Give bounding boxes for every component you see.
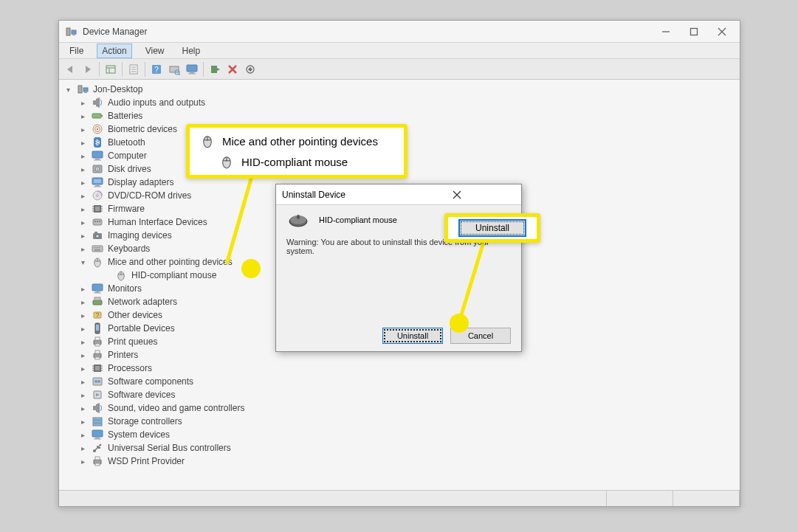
scan-hardware-button[interactable] bbox=[166, 61, 182, 77]
properties-button[interactable] bbox=[125, 61, 142, 77]
bluetooth-icon bbox=[92, 137, 103, 148]
tree-category-swdev[interactable]: Software devices bbox=[78, 388, 735, 401]
chevron-icon[interactable] bbox=[78, 324, 87, 333]
forward-button[interactable] bbox=[80, 61, 96, 77]
close-button[interactable] bbox=[715, 24, 729, 39]
callout-mice-category: Mice and other pointing devices HID-comp… bbox=[186, 124, 407, 179]
chevron-icon[interactable] bbox=[78, 138, 87, 147]
firmware-icon bbox=[92, 203, 103, 215]
menu-help[interactable]: Help bbox=[178, 44, 205, 58]
chevron-icon[interactable] bbox=[78, 350, 87, 359]
dialog-uninstall-button[interactable]: Uninstall bbox=[382, 328, 443, 344]
disable-device-button[interactable] bbox=[242, 61, 258, 77]
minimize-button[interactable] bbox=[658, 24, 673, 39]
tree-node-label: Storage controllers bbox=[106, 416, 184, 426]
chevron-icon[interactable] bbox=[78, 457, 87, 466]
tree-node-label: Keyboards bbox=[106, 243, 151, 254]
tree-node-label: Biometric devices bbox=[106, 124, 179, 134]
tree-node-label: Imaging devices bbox=[106, 230, 173, 241]
tree-category-system[interactable]: System devices bbox=[78, 428, 735, 441]
svg-rect-68 bbox=[691, 28, 698, 35]
audio-icon bbox=[92, 97, 103, 108]
tree-node-label: Mice and other pointing devices bbox=[106, 257, 234, 267]
tree-category-usb[interactable]: Universal Serial Bus controllers bbox=[78, 441, 735, 455]
tree-node-label: Firmware bbox=[106, 204, 146, 214]
maximize-button[interactable] bbox=[687, 24, 701, 39]
chevron-icon[interactable] bbox=[78, 204, 87, 213]
back-button[interactable] bbox=[62, 61, 78, 77]
tree-category-swcomp[interactable]: Software components bbox=[78, 375, 735, 388]
chevron-icon[interactable] bbox=[78, 111, 87, 120]
tree-root[interactable]: Jon-Desktop bbox=[63, 83, 735, 96]
tree-category-storage[interactable]: Storage controllers bbox=[78, 415, 735, 428]
show-hide-console-button[interactable] bbox=[103, 61, 119, 77]
update-driver-button[interactable] bbox=[184, 61, 200, 77]
chevron-icon[interactable] bbox=[78, 311, 87, 319]
chevron-icon[interactable] bbox=[63, 85, 72, 94]
enable-device-button[interactable] bbox=[207, 61, 223, 77]
chevron-icon[interactable] bbox=[78, 337, 87, 346]
titlebar[interactable]: Device Manager bbox=[59, 21, 740, 43]
tree-category-audio[interactable]: Audio inputs and outputs bbox=[78, 96, 735, 109]
menu-file[interactable]: File bbox=[65, 44, 88, 58]
tree-node-label: Display adapters bbox=[106, 177, 175, 187]
tree-category-cpu[interactable]: Processors bbox=[78, 362, 735, 375]
app-icon bbox=[65, 26, 77, 38]
svg-marker-71 bbox=[67, 66, 72, 73]
wsd-icon bbox=[92, 455, 103, 467]
chevron-icon[interactable] bbox=[78, 417, 87, 426]
tree-node-label: Printers bbox=[106, 350, 140, 360]
help-button[interactable]: ? bbox=[148, 61, 165, 77]
tree-category-sound[interactable]: Sound, video and game controllers bbox=[78, 401, 735, 415]
svg-marker-90 bbox=[248, 67, 252, 72]
portable-icon bbox=[92, 322, 103, 334]
tree-node-label: HID-compliant mouse bbox=[130, 270, 218, 280]
chevron-icon[interactable] bbox=[78, 151, 87, 160]
chevron-icon[interactable] bbox=[78, 125, 87, 134]
chevron-icon[interactable] bbox=[78, 191, 87, 200]
dialog-titlebar[interactable]: Uninstall Device bbox=[276, 184, 521, 205]
chevron-icon[interactable] bbox=[78, 231, 87, 240]
tree-category-battery[interactable]: Batteries bbox=[78, 109, 735, 122]
chevron-icon[interactable] bbox=[78, 98, 87, 107]
chevron-icon[interactable] bbox=[78, 218, 87, 227]
chevron-icon[interactable] bbox=[78, 258, 87, 266]
system-icon bbox=[92, 429, 103, 441]
tree-node-label: Computer bbox=[106, 151, 148, 161]
battery-icon bbox=[92, 110, 103, 122]
tree-node-label: Disk drives bbox=[106, 164, 153, 174]
printqueue-icon bbox=[92, 336, 103, 348]
chevron-icon[interactable] bbox=[78, 165, 87, 173]
sound-icon bbox=[92, 402, 103, 414]
tree-node-label: Other devices bbox=[106, 310, 164, 320]
chevron-icon[interactable] bbox=[78, 390, 87, 399]
tree-node-label: Monitors bbox=[106, 283, 143, 294]
chevron-icon[interactable] bbox=[78, 430, 87, 439]
dialog-device-name: HID-compliant mouse bbox=[319, 215, 397, 224]
svg-rect-73 bbox=[106, 66, 115, 73]
tree-node-label: Audio inputs and outputs bbox=[106, 97, 207, 108]
dialog-close-button[interactable] bbox=[399, 187, 515, 202]
chevron-icon[interactable] bbox=[78, 284, 87, 293]
uninstall-device-button[interactable] bbox=[224, 61, 241, 77]
chevron-icon[interactable] bbox=[78, 244, 87, 253]
window-title: Device Manager bbox=[83, 27, 658, 37]
swcomp-icon bbox=[92, 376, 103, 387]
menu-view[interactable]: View bbox=[141, 44, 169, 58]
chevron-icon[interactable] bbox=[78, 377, 87, 386]
chevron-icon[interactable] bbox=[78, 178, 87, 187]
mouse-icon bbox=[219, 154, 234, 169]
uninstall-dialog: Uninstall Device HID-compliant mouse War… bbox=[275, 184, 522, 352]
tree-node-label: Human Interface Devices bbox=[106, 217, 209, 227]
menu-action[interactable]: Action bbox=[97, 44, 131, 58]
swdev-icon bbox=[92, 389, 103, 401]
chevron-icon[interactable] bbox=[78, 443, 87, 452]
tree-node-label: Processors bbox=[106, 363, 154, 373]
chevron-icon[interactable] bbox=[78, 297, 87, 306]
mouse-icon bbox=[286, 213, 310, 227]
tree-node-label: Portable Devices bbox=[106, 323, 176, 334]
keyboard-icon bbox=[92, 243, 103, 255]
chevron-icon[interactable] bbox=[78, 364, 87, 373]
tree-category-wsd[interactable]: WSD Print Provider bbox=[78, 455, 735, 468]
chevron-icon[interactable] bbox=[78, 404, 87, 412]
